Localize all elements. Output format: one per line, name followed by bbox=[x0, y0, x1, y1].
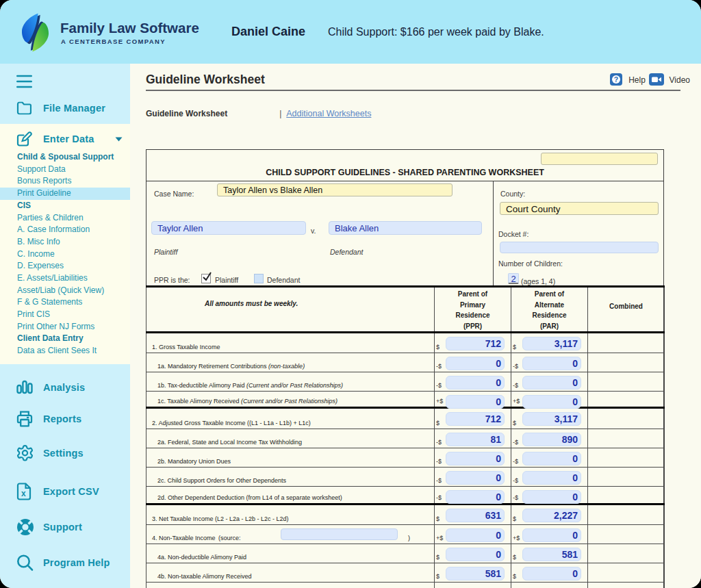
svg-text:?: ? bbox=[614, 75, 618, 84]
svg-text:x: x bbox=[21, 489, 26, 498]
